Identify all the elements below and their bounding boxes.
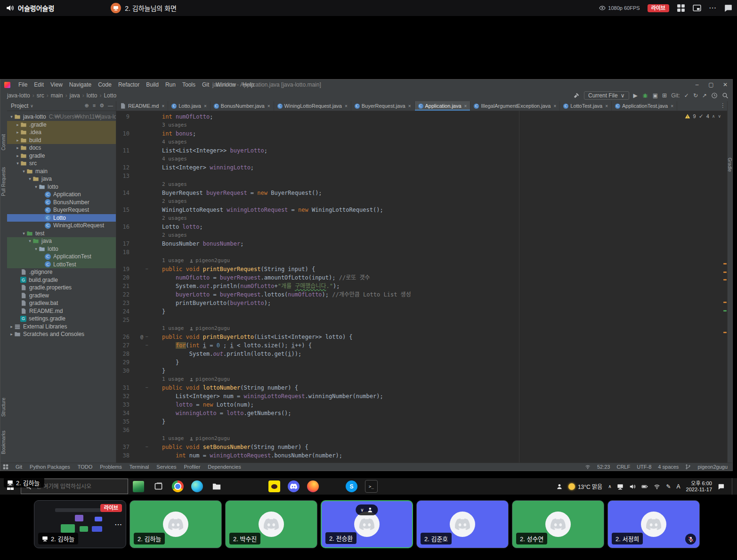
git-push-icon[interactable]: ↗: [702, 92, 707, 99]
chevron-right-icon[interactable]: ▸: [15, 130, 20, 135]
terminal-icon[interactable]: >_: [365, 480, 378, 493]
chevron-right-icon[interactable]: ▸: [9, 324, 14, 329]
participant-tile[interactable]: ∨2. 전승환: [321, 500, 413, 548]
discord-stream-overlay[interactable]: 2. 김하늘: [4, 477, 44, 488]
statusbar-item[interactable]: Services: [156, 464, 176, 470]
chevron-right-icon[interactable]: ▸: [15, 138, 20, 143]
tree-item[interactable]: ▾java-lottoC:₩Users₩khn11₩java-lotto: [7, 113, 116, 121]
statusbar-item[interactable]: Git: [16, 464, 22, 470]
grid-icon[interactable]: [677, 4, 685, 12]
chrome-icon[interactable]: [172, 480, 184, 492]
usages-hint[interactable]: 2 usages: [162, 180, 187, 189]
tab-close-icon[interactable]: ×: [345, 104, 348, 109]
tree-item[interactable]: CWiningLottoRequest: [7, 222, 116, 230]
git-commit-icon[interactable]: ✓: [684, 92, 689, 99]
menu-code[interactable]: Code: [95, 81, 115, 88]
participant-tile[interactable]: 2. 김준호: [416, 500, 509, 548]
prev-issue-icon[interactable]: ∧: [712, 114, 715, 119]
editor-tab[interactable]: CIllegalArgumentException.java×: [470, 101, 560, 111]
tab-close-icon[interactable]: ×: [204, 104, 207, 109]
speaker-icon[interactable]: [629, 483, 636, 490]
tab-close-icon[interactable]: ×: [553, 104, 556, 109]
statusbar-item[interactable]: Terminal: [130, 464, 149, 470]
project-toolwindow-icon[interactable]: [1, 105, 6, 110]
participant-tile[interactable]: 2. 성수연: [512, 500, 604, 548]
breadcrumb-item[interactable]: lotto: [87, 92, 97, 99]
minimize-button[interactable]: –: [690, 80, 704, 90]
breadcrumb-item[interactable]: java-lotto: [7, 92, 30, 99]
statusbar-item[interactable]: TODO: [78, 464, 93, 470]
maximize-button[interactable]: ▢: [704, 80, 718, 90]
tree-item[interactable]: CLottoTest: [7, 261, 116, 269]
chevron-down-icon[interactable]: ▾: [21, 231, 26, 236]
monitor-icon[interactable]: [617, 483, 624, 490]
author-hint[interactable]: pigeon2gugu: [195, 256, 230, 265]
edge-icon[interactable]: [191, 480, 203, 492]
search-icon[interactable]: [722, 92, 729, 99]
weather-widget[interactable]: 13°C 맑음: [568, 482, 602, 490]
tree-item[interactable]: ▾test: [7, 230, 116, 238]
clock[interactable]: 오후 6:00 2022-11-17: [686, 480, 712, 493]
usages-hint[interactable]: 2 usages: [162, 197, 187, 206]
editor-tab[interactable]: CApplicationTest.java×: [612, 101, 677, 111]
fold-icon[interactable]: −: [144, 341, 149, 350]
tree-item[interactable]: Gbuild.gradle: [7, 276, 116, 284]
tree-item[interactable]: gradle.properties: [7, 284, 116, 292]
menu-git[interactable]: Git: [199, 81, 212, 88]
discord-icon[interactable]: [288, 480, 300, 492]
statusbar-item[interactable]: Python Packages: [30, 464, 70, 470]
tree-item[interactable]: Gsettings.gradle: [7, 315, 116, 323]
participant-tile[interactable]: 2. 박수진: [225, 500, 317, 548]
tree-item[interactable]: ▾java: [7, 237, 116, 245]
chevron-right-icon[interactable]: ▸: [15, 122, 20, 127]
history-icon[interactable]: [711, 92, 718, 99]
tree-item[interactable]: CBuyerRequest: [7, 206, 116, 214]
chevron-right-icon[interactable]: ▸: [15, 153, 20, 158]
chevron-down-icon[interactable]: ▾: [33, 247, 39, 251]
breadcrumb-item[interactable]: src: [37, 92, 44, 99]
file-explorer-icon[interactable]: [211, 480, 222, 492]
fold-icon[interactable]: −: [144, 265, 149, 273]
editor-tab[interactable]: CApplication.java×: [415, 101, 471, 111]
indent-setting[interactable]: 4 spaces: [658, 464, 679, 470]
chevron-down-icon[interactable]: ▾: [21, 169, 26, 174]
people-icon[interactable]: [556, 483, 563, 490]
tree-item[interactable]: ▾lotto: [7, 183, 116, 191]
tree-item[interactable]: CApplicationTest: [7, 253, 116, 261]
toolwindow-label-pull-requests[interactable]: Pull Requests: [1, 167, 6, 196]
firefox-icon[interactable]: [307, 480, 319, 492]
search-input[interactable]: [35, 483, 117, 490]
inspections-widget[interactable]: 9 ✓ 4 ∧ ∨: [685, 113, 721, 120]
tab-close-icon[interactable]: ×: [267, 104, 270, 109]
tree-item[interactable]: ▾java: [7, 175, 116, 183]
app-dark-icon[interactable]: [326, 480, 338, 492]
tree-item[interactable]: ▾main: [7, 168, 116, 176]
tree-item[interactable]: CLotto: [7, 214, 116, 222]
hammer-icon[interactable]: [573, 92, 580, 99]
settings-gear-icon[interactable]: ⚙: [99, 103, 104, 109]
chevron-down-icon[interactable]: ▾: [15, 161, 20, 166]
tree-item[interactable]: README.md: [7, 307, 116, 315]
editor-tab[interactable]: CLottoTest.java×: [560, 101, 612, 111]
usages-hint[interactable]: 2 usages: [162, 214, 187, 223]
seasonal-widget-icon[interactable]: [133, 481, 144, 492]
toolwindow-switcher-icon[interactable]: [2, 464, 9, 470]
pen-icon[interactable]: ✎: [666, 483, 671, 490]
fold-icon[interactable]: −: [144, 333, 149, 341]
usages-hint[interactable]: 2 usages: [162, 231, 187, 240]
chevron-right-icon[interactable]: ▸: [9, 332, 14, 336]
coverage-icon[interactable]: ▣: [653, 92, 658, 99]
menu-tools[interactable]: Tools: [179, 81, 199, 88]
project-panel-header[interactable]: Project ∨ ⊕ ≡ ⚙ —: [7, 101, 116, 111]
more-icon[interactable]: ⋯: [709, 4, 716, 12]
next-issue-icon[interactable]: ∨: [718, 114, 721, 119]
encoding[interactable]: UTF-8: [637, 464, 651, 470]
tree-item[interactable]: ▸gradle: [7, 152, 116, 160]
line-ending[interactable]: CRLF: [616, 464, 630, 470]
tab-close-icon[interactable]: ×: [605, 104, 608, 109]
author-hint[interactable]: pigeon2gugu: [195, 324, 230, 333]
stop-icon[interactable]: ⊞: [662, 92, 667, 99]
statusbar-item[interactable]: Dependencies: [208, 464, 241, 470]
editor-tab[interactable]: CBuyerRequest.java×: [351, 101, 415, 111]
breadcrumb-item[interactable]: main: [51, 92, 63, 99]
